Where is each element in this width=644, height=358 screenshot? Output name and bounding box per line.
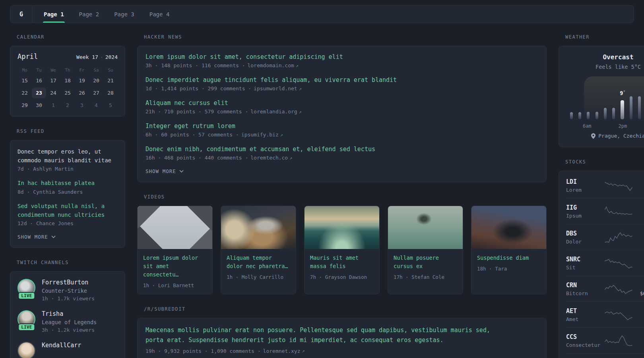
channel-info: Trisha League of Legends 3h · 1.2k viewe… (42, 310, 97, 333)
tab-page-4[interactable]: Page 4 (149, 6, 170, 23)
channel-name[interactable]: Trisha (42, 310, 97, 317)
hn-item-meta: 6h · 60 points · 57 comments · ipsumify.… (145, 132, 538, 138)
columns: CALENDAR April Week 17·2024 MoTuWeThFrSa… (10, 34, 634, 358)
video-title[interactable]: Nullam posuere cursus ex (394, 254, 457, 270)
tab-page-3[interactable]: Page 3 (114, 6, 134, 23)
calendar-cell: 5 (103, 100, 118, 111)
video-meta: 18h · Tara (477, 266, 541, 272)
separator-dot: · (100, 54, 103, 60)
video-card[interactable]: Mauris sit amet massa felis 7h · Grayson… (304, 206, 380, 294)
calendar-cell: 15 (17, 75, 32, 86)
calendar-cell: 16 (32, 75, 46, 86)
sparkline-chart (604, 232, 633, 243)
rss-item-title[interactable]: Sed volutpat nulla nisl, a condimentum n… (17, 202, 118, 219)
video-card[interactable]: Aliquam tempor dolor nec pharetra… 1h · … (221, 206, 296, 294)
hn-item-title[interactable]: Aliquam nec cursus elit (145, 99, 538, 107)
stock-name: Consectetur (566, 342, 604, 348)
calendar-cell: 25 (60, 88, 75, 98)
stocks-card: LDI Lorem +4.35% $795.18 (559, 171, 644, 358)
rss-item: In hac habitasse platea 8d · Cynthia Sau… (17, 179, 118, 195)
calendar-cell: 18 (60, 75, 75, 86)
hackernews-widget: HACKER NEWS Lorem ipsum dolor sit amet, … (137, 34, 547, 182)
hn-item-domain-link[interactable]: ipsumworld.net↗ (254, 86, 302, 91)
stock-symbol[interactable]: CCS (566, 333, 604, 340)
hn-item-domain-link[interactable]: ipsumify.biz↗ (241, 132, 283, 138)
calendar-label: CALENDAR (17, 34, 125, 40)
stock-row: CRN Bitcorn -1.00% $66,171.48 (566, 276, 644, 302)
left-column: CALENDAR April Week 17·2024 MoTuWeThFrSa… (10, 34, 125, 358)
rss-item-title[interactable]: Donec tempor eros leo, ut commodo mauris… (17, 148, 118, 165)
weather-bar (621, 100, 624, 119)
video-card[interactable]: Lorem ipsum dolor sit amet consectetu… 1… (137, 206, 213, 294)
videos-row: Lorem ipsum dolor sit amet consectetu… 1… (137, 206, 547, 294)
stock-price: $148.64 (633, 265, 644, 270)
stock-name: Dolor (566, 239, 604, 245)
stock-values: +1.42% $156.28 (633, 230, 644, 245)
hn-item-meta: 3h · 148 points · 116 comments · loremdo… (145, 62, 538, 68)
video-thumbnail[interactable] (388, 206, 463, 249)
hn-item-title[interactable]: Integer eget rutrum lorem (145, 123, 538, 130)
tab-page-2[interactable]: Page 2 (79, 6, 99, 23)
hn-item-domain: ipsumify.biz (241, 132, 279, 138)
video-title[interactable]: Aliquam tempor dolor nec pharetra… (227, 254, 290, 270)
hn-item-domain-link[interactable]: loremdomain.com↗ (247, 62, 299, 68)
rss-item-meta: 12d · Chance Jones (17, 220, 118, 226)
stock-change: -1.00% (633, 282, 644, 289)
channel-game: Counter-Strike (42, 288, 95, 294)
rss-show-more-button[interactable]: SHOW MORE (17, 234, 56, 240)
stock-row: CCS Consectetur +0.51% $165.84 (566, 327, 644, 353)
app-logo[interactable]: G (10, 6, 33, 23)
stock-row: LDI Lorem +4.35% $795.18 (566, 173, 644, 198)
stock-symbol[interactable]: AET (566, 307, 604, 315)
stock-sparkline (604, 309, 633, 321)
video-meta: 17h · Stefan Cole (394, 274, 457, 280)
hn-show-more-button[interactable]: SHOW MORE (145, 168, 184, 174)
video-thumbnail[interactable] (221, 206, 296, 249)
sparkline-chart (604, 283, 633, 295)
hn-item-domain-link[interactable]: loremlandia.org↗ (250, 109, 302, 115)
channel-name[interactable]: ForrestBurton (42, 279, 95, 286)
stock-id: CRN Bitcorn (566, 282, 604, 296)
stock-symbol[interactable]: SNRC (566, 256, 604, 263)
video-title[interactable]: Suspendisse diam (477, 254, 541, 262)
video-thumbnail[interactable] (138, 206, 212, 249)
hn-item-domain-link[interactable]: loremtech.co↗ (250, 155, 292, 161)
avatar-wrap: LIVE (17, 342, 36, 358)
subreddit-post-meta: 19h · 9,932 points · 1,090 comments · lo… (145, 348, 538, 354)
hn-item-title[interactable]: Donec enim nibh, condimentum et accumsan… (145, 146, 538, 153)
video-card[interactable]: Nullam posuere cursus ex 17h · Stefan Co… (388, 206, 463, 294)
channel-name[interactable]: KendallCarr (42, 342, 81, 349)
weather-bar (587, 112, 590, 119)
stock-symbol[interactable]: IIG (566, 204, 604, 211)
calendar-card: April Week 17·2024 MoTuWeThFrSaSu 151617… (10, 46, 125, 117)
video-card[interactable]: Suspendisse diam 18h · Tara (471, 206, 547, 294)
hn-item-title[interactable]: Donec imperdiet augue tincidunt felis al… (145, 76, 538, 84)
calendar-dow: Fr (75, 66, 89, 75)
tab-page-1[interactable]: Page 1 (44, 6, 64, 23)
video-thumbnail[interactable] (305, 206, 379, 249)
stock-symbol[interactable]: CRN (566, 282, 604, 289)
video-meta: 1h · Lori Barnett (143, 282, 207, 288)
hn-item-title[interactable]: Lorem ipsum dolor sit amet, consectetur … (145, 53, 538, 60)
subreddit-domain-link[interactable]: loremnet.xyz↗ (263, 348, 305, 354)
stock-symbol[interactable]: DBS (566, 230, 604, 237)
video-title[interactable]: Lorem ipsum dolor sit amet consectetu… (143, 254, 207, 279)
avatar-wrap: LIVE (17, 310, 36, 328)
weather-widget: WEATHER Overcast Feels like 5°C 9° 6am 2… (559, 34, 644, 147)
video-title[interactable]: Mauris sit amet massa felis (310, 254, 374, 270)
avatar[interactable] (17, 342, 35, 358)
subreddit-post-title[interactable]: Maecenas mollis pulvinar erat non posuer… (145, 325, 497, 346)
hn-item-domain: ipsumworld.net (254, 86, 297, 91)
calendar-cell: 2 (60, 100, 75, 111)
twitch-card: LIVE ForrestBurton Counter-Strike 1h · 1… (10, 271, 125, 358)
stock-symbol[interactable]: LDI (566, 178, 604, 185)
hn-item-domain: loremdomain.com (247, 62, 294, 68)
stock-name: Sit (566, 265, 604, 270)
stock-name: Lorem (566, 187, 604, 193)
rss-item-title[interactable]: In hac habitasse platea (17, 179, 118, 188)
video-thumbnail[interactable] (471, 206, 546, 249)
stock-sparkline (604, 283, 633, 295)
chevron-down-icon (51, 235, 56, 238)
rss-item-meta: 8d · Cynthia Saunders (17, 189, 118, 195)
weather-condition: Overcast (566, 53, 644, 61)
